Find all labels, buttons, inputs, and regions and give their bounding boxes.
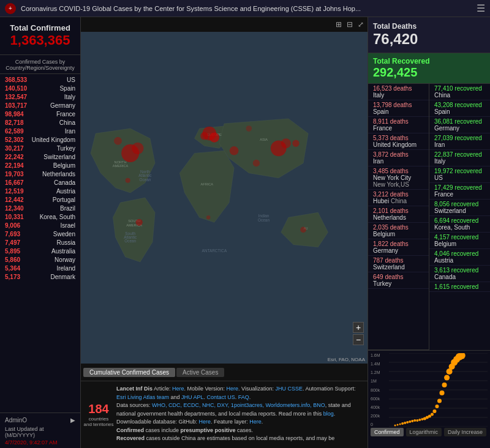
death-location: Iran: [373, 158, 424, 165]
chart-tab-logarithmic[interactable]: Logarithmic: [406, 428, 442, 436]
country-list-item: 82,718China: [0, 118, 80, 127]
death-location: New York City New York,US: [373, 174, 424, 188]
chart-tab-daily-increase[interactable]: Daily Increase: [444, 428, 486, 436]
svg-point-57: [428, 415, 431, 418]
svg-point-22: [200, 132, 208, 140]
chart-panel: 1.6M 1.4M 1.2M 1M 800k 600k 400k 200k 0: [368, 350, 490, 448]
death-location: Germany: [373, 247, 424, 254]
svg-point-28: [292, 140, 299, 147]
country-count: 82,718: [5, 119, 24, 126]
recovered-list-item: 17,429 recoveredFrance: [429, 183, 490, 200]
rec-count: 8,056 recovered: [434, 201, 485, 207]
country-list: 368,533US140,510Spain132,547Italy103,717…: [0, 74, 80, 413]
death-list-item: 3,212 deathsHubei China: [368, 190, 429, 206]
svg-point-19: [132, 143, 143, 154]
country-name: Ireland: [56, 265, 75, 272]
country-list-item: 22,194Belgium: [0, 161, 80, 170]
chart-area: 1.6M 1.4M 1.2M 1M 800k 600k 400k 200k 0: [371, 353, 488, 427]
country-count: 19,703: [5, 171, 24, 177]
total-confirmed-label: Total Confirmed: [5, 23, 75, 32]
cases-by-country-label: Confirmed Cases byCountry/Region/Soverei…: [0, 55, 80, 74]
info-text-5: Recovered cases outside China are estima…: [116, 435, 334, 441]
country-name: Norway: [55, 256, 75, 263]
country-count: 103,717: [5, 102, 27, 109]
death-list-item: 787 deathsSwitzerland: [368, 256, 429, 272]
death-list-item: 5,373 deathsUnited Kingdom: [368, 133, 429, 150]
country-count: 7,497: [5, 239, 20, 246]
country-list-item: 98,984France: [0, 110, 80, 118]
country-list-item: 16,667Canada: [0, 178, 80, 187]
rec-location: Canada: [434, 274, 485, 280]
country-count: 5,364: [5, 265, 20, 272]
death-location: France: [373, 125, 424, 132]
death-list-item: 3,872 deathsIran: [368, 150, 429, 166]
left-sidebar: Total Confirmed 1,363,365 Confirmed Case…: [0, 17, 81, 448]
rec-count: 17,429 recovered: [434, 184, 485, 191]
zoom-out-button[interactable]: −: [353, 334, 364, 345]
country-count: 7,693: [5, 231, 20, 237]
country-name: Denmark: [50, 274, 75, 280]
total-confirmed-value: 1,363,365: [5, 32, 75, 48]
country-name: Russia: [56, 239, 75, 246]
total-confirmed-box: Total Confirmed 1,363,365: [0, 17, 80, 55]
death-list-item: 3,485 deathsNew York City New York,US: [368, 166, 429, 190]
country-count: 5,895: [5, 248, 20, 255]
svg-point-27: [253, 160, 260, 166]
svg-point-51: [413, 419, 416, 422]
rec-count: 27,039 recovered: [434, 135, 485, 141]
map-area[interactable]: North Atlantic Ocean South Atlantic Ocea…: [81, 32, 368, 364]
map-icon-expand[interactable]: ⤢: [356, 19, 365, 30]
country-list-item: 22,242Switzerland: [0, 152, 80, 161]
admin-arrow[interactable]: ▶: [70, 417, 75, 424]
svg-point-54: [421, 418, 423, 420]
death-location: Netherlands: [373, 214, 424, 221]
country-list-item: 103,717Germany: [0, 101, 80, 110]
y-label-1: 1.6M: [371, 353, 388, 357]
chart-svg: Feb Mar: [389, 353, 488, 427]
info-text-3: Downloadable database: GitHub: Here. Fea…: [116, 419, 263, 425]
svg-point-61: [437, 399, 442, 403]
tab-cumulative[interactable]: Cumulative Confirmed Cases: [83, 368, 175, 377]
y-label-7: 400k: [371, 405, 388, 409]
chart-tab-confirmed[interactable]: Confirmed: [371, 428, 404, 436]
right-panel: Total Deaths 76,420 Total Recovered 292,…: [368, 17, 490, 448]
map-toolbar: ⊞ ⊟ ⤢: [81, 17, 368, 32]
svg-point-46: [401, 422, 404, 425]
zoom-in-button[interactable]: +: [353, 322, 364, 333]
svg-point-52: [416, 419, 418, 422]
svg-text:Ocean: Ocean: [124, 239, 136, 243]
menu-icon[interactable]: ☰: [477, 2, 485, 14]
recovered-value: 292,425: [373, 65, 485, 80]
country-name: Canada: [54, 179, 75, 186]
svg-point-53: [418, 419, 421, 421]
tab-active-cases[interactable]: Active Cases: [176, 368, 224, 377]
rec-location: Belgium: [434, 241, 485, 247]
recovered-list-item: 43,208 recoveredSpain: [429, 100, 490, 117]
rec-count: 4,157 recovered: [434, 234, 485, 241]
country-list-item: 52,302United Kingdom: [0, 135, 80, 144]
info-text-2: Data sources: WHO, CDC, ECDC, NHC, DXY, …: [116, 402, 351, 417]
map-icon-grid[interactable]: ⊟: [345, 19, 354, 30]
death-count: 649 deaths: [373, 274, 424, 280]
recovered-list-item: 77,410 recoveredChina: [429, 84, 490, 100]
country-count: 62,589: [5, 128, 24, 135]
svg-point-31: [126, 178, 130, 183]
recovered-box: Total Recovered 292,425: [368, 53, 490, 84]
rec-location: Spain: [434, 108, 485, 115]
info-text-1: Lancet Inf Dis Article: Here. Mobile Ver…: [116, 386, 356, 400]
map-info-text: Lancet Inf Dis Article: Here. Mobile Ver…: [114, 384, 365, 446]
rec-count: 36,081 recovered: [434, 118, 485, 125]
country-count: 52,302: [5, 136, 24, 143]
rec-count: 77,410 recovered: [434, 85, 485, 92]
country-name: Australia: [51, 248, 75, 255]
country-name: Austria: [56, 188, 75, 195]
map-zoom-controls: + −: [353, 322, 364, 345]
death-count: 3,212 deaths: [373, 191, 424, 198]
rec-count: 19,972 recovered: [434, 168, 485, 174]
svg-point-50: [411, 420, 413, 422]
country-count: 132,547: [5, 94, 27, 100]
map-icon-list[interactable]: ⊞: [334, 19, 343, 30]
svg-point-32: [246, 125, 252, 132]
rec-count: 43,208 recovered: [434, 102, 485, 108]
death-list-item: 1,822 deathsGermany: [368, 239, 429, 256]
